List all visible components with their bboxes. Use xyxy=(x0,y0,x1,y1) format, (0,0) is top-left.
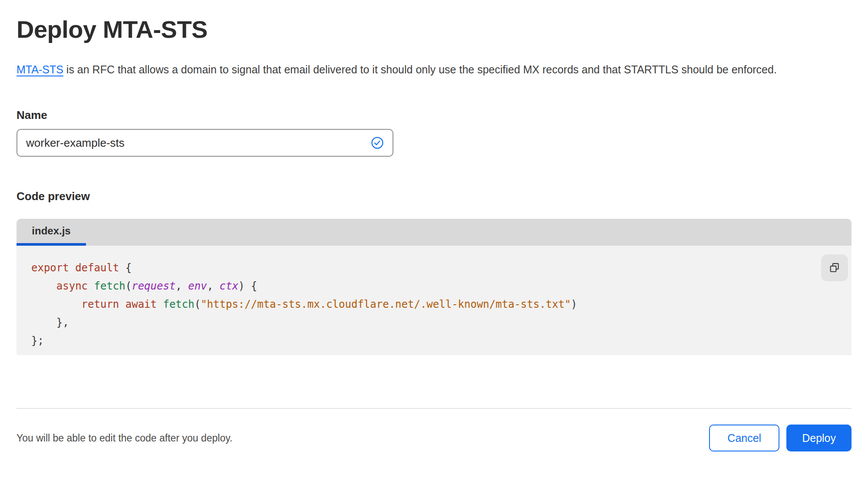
code-line: export default { xyxy=(31,259,812,277)
deploy-mta-sts-page: Deploy MTA-STS MTA-STS is an RFC that al… xyxy=(0,15,868,451)
tab-index-js[interactable]: index.js xyxy=(17,219,86,246)
footer-divider xyxy=(17,408,851,409)
footer-actions: Cancel Deploy xyxy=(709,425,851,451)
footer-note: You will be able to edit the code after … xyxy=(17,432,232,444)
mta-sts-link[interactable]: MTA-STS xyxy=(17,63,63,76)
copy-code-button[interactable] xyxy=(821,254,848,281)
cancel-button[interactable]: Cancel xyxy=(709,425,779,451)
code-panel: export default { async fetch(request, en… xyxy=(17,246,851,355)
code-line: return await fetch("https://mta-sts.mx.c… xyxy=(31,295,812,313)
code-content: export default { async fetch(request, en… xyxy=(31,259,812,350)
name-input[interactable] xyxy=(26,136,371,150)
code-tabbar: index.js xyxy=(17,219,851,246)
code-line: }; xyxy=(31,332,812,350)
name-input-box[interactable] xyxy=(17,129,393,157)
code-line: async fetch(request, env, ctx) { xyxy=(31,277,812,295)
intro-paragraph: MTA-STS is an RFC that allows a domain t… xyxy=(17,59,839,80)
copy-icon xyxy=(828,262,841,274)
deploy-button[interactable]: Deploy xyxy=(786,425,851,451)
check-circle-icon xyxy=(371,136,384,149)
intro-text: is an RFC that allows a domain to signal… xyxy=(63,63,777,76)
page-title: Deploy MTA-STS xyxy=(17,15,851,44)
footer: You will be able to edit the code after … xyxy=(17,425,851,451)
code-preview-heading: Code preview xyxy=(17,190,851,203)
name-label: Name xyxy=(17,109,851,122)
code-line: }, xyxy=(31,313,812,332)
